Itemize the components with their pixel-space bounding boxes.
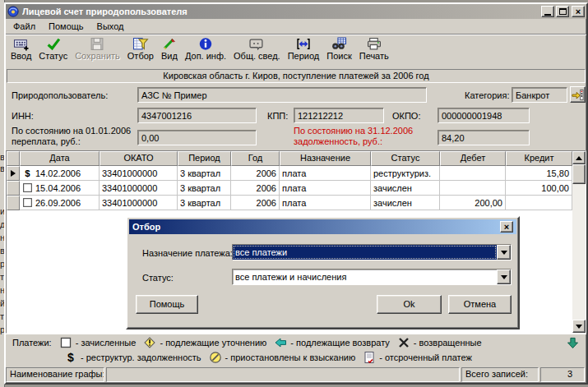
legend-label: Платежи: <box>12 338 52 348</box>
legend-panel: Платежи: - зачисленные- подлежащие уточн… <box>6 334 586 366</box>
check-icon <box>45 37 62 51</box>
purpose-combobox-dropdown-button[interactable] <box>497 245 511 260</box>
column-header-period[interactable]: Период <box>178 151 231 166</box>
cell-debit <box>440 166 506 181</box>
help-button[interactable]: Помощь <box>136 295 198 314</box>
square-icon <box>59 336 72 349</box>
cell-credit: 15,80 <box>506 166 572 181</box>
region-header: Кировская область г. Киров, поступление … <box>7 69 586 83</box>
purpose-combobox[interactable]: все платежи <box>232 244 512 260</box>
cell-purpose: плата <box>280 166 371 181</box>
column-name-label: Наименование графы: <box>6 367 104 382</box>
toolbar-button-status[interactable]: Статус <box>35 36 71 62</box>
column-header-status[interactable]: Статус <box>371 151 440 166</box>
vertical-scrollbar[interactable] <box>572 151 586 333</box>
info-panel: Природопользователь: АЗС № Пример Катего… <box>6 83 586 150</box>
cell-date-text: 14.02.2006 <box>35 168 81 178</box>
toolbar-button-vvod[interactable]: Ввод <box>7 36 35 62</box>
toolbar-button-vid[interactable]: Вид <box>158 36 181 62</box>
green-down-arrow-icon[interactable] <box>567 337 579 349</box>
toolbar-button-pechat[interactable]: Печать <box>356 36 392 62</box>
toolbar-button-period[interactable]: Период <box>285 36 323 62</box>
grid-header: ДатаОКАТОПериодГодНазначениеСтатусДебетК… <box>7 151 586 166</box>
dollar-icon: $ <box>22 168 33 178</box>
purpose-label: Назначение платежа: <box>142 248 233 258</box>
table-row[interactable]: $14.02.2006334010000003 квартал2006плата… <box>7 166 586 181</box>
column-header-date[interactable]: Дата <box>20 151 100 166</box>
user-field: АЗС № Пример <box>137 87 427 103</box>
toolbar-button-poisk[interactable]: Поиск <box>323 36 354 62</box>
user-label: Природопользователь: <box>12 90 108 101</box>
toolbar-button-otbor[interactable]: Отбор <box>124 36 157 62</box>
cell-date: 15.04.2006 <box>20 181 100 196</box>
cell-okato: 33401000000 <box>100 181 178 196</box>
minimize-button[interactable] <box>541 6 554 17</box>
menu-item-help[interactable]: Помощь <box>42 20 90 34</box>
toolbar-button-label: Вид <box>161 51 178 61</box>
purpose-combobox-value: все платежи <box>233 245 497 260</box>
card-icon <box>248 37 265 51</box>
svg-text:$: $ <box>67 351 74 364</box>
legend-item-text: - зачисленные <box>76 338 137 348</box>
ok-button[interactable]: Ok <box>377 295 442 314</box>
total-records-label: Всего записей: <box>461 367 539 382</box>
toolbar-button-dopinf[interactable]: Доп. инф. <box>182 36 229 62</box>
category-field: Банкрот <box>512 87 567 103</box>
dialog-title: Отбор <box>132 222 498 232</box>
current-row-arrow-icon <box>11 170 16 177</box>
column-header-credit[interactable]: Кредит <box>506 151 572 166</box>
cell-period: 3 квартал <box>178 166 231 181</box>
table-row[interactable]: 15.04.2006334010000003 квартал2006платаз… <box>7 181 586 196</box>
dollar-icon: $ <box>64 351 77 364</box>
keyboard-add-icon <box>13 37 30 51</box>
legend-row-1: Платежи: - зачисленные- подлежащие уточн… <box>12 336 482 349</box>
scroll-up-button[interactable] <box>572 151 586 164</box>
close-button[interactable]: × <box>572 6 585 17</box>
scroll-down-button[interactable] <box>572 320 586 333</box>
legend-item-text: - подлежащие уточнению <box>160 338 266 348</box>
cell-date: $14.02.2006 <box>20 166 100 181</box>
toolbar-button-label: Общ. свед. <box>234 51 280 61</box>
legend-item-text: - приостановлены к взысканию <box>225 352 356 362</box>
toolbar-button-obshsved[interactable]: Общ. свед. <box>230 36 284 62</box>
toolbar-button-label: Отбор <box>127 51 154 61</box>
doc-check-icon <box>363 351 376 364</box>
category-select-button[interactable] <box>570 86 586 103</box>
menu-item-file[interactable]: Файл <box>7 20 42 34</box>
column-header-purpose[interactable]: Назначение <box>280 151 371 166</box>
status-combobox[interactable]: все платежи и начисления <box>232 269 512 285</box>
cell-year: 2006 <box>231 181 280 196</box>
print-icon <box>366 37 382 51</box>
cancel-button[interactable]: Отмена <box>448 295 512 314</box>
cell-period: 3 квартал <box>178 181 231 196</box>
toolbar-button-label: Поиск <box>326 51 351 61</box>
dialog-close-button[interactable]: × <box>500 221 513 233</box>
cell-status: реструктуриз. <box>371 166 440 181</box>
arrow-up-icon <box>576 156 582 160</box>
cell-period: 3 квартал <box>178 196 231 210</box>
category-label: Категория: <box>465 90 509 101</box>
checkbox-icon <box>22 197 33 208</box>
left-arrow-icon <box>274 336 287 349</box>
arrow-down-icon <box>576 325 582 329</box>
okpo-label: ОКПО: <box>392 111 420 122</box>
debt-field: 84,20 <box>438 130 530 145</box>
column-header-debit[interactable]: Дебет <box>440 151 506 166</box>
menu-item-exit[interactable]: Выход <box>90 20 131 34</box>
inn-field: 4347001216 <box>137 108 257 123</box>
column-header-year[interactable]: Год <box>231 151 280 166</box>
screen: всвсиднвртнйтр Лицевой счет природопольз… <box>0 0 588 387</box>
info-icon <box>197 37 214 51</box>
legend-item-text: - возвращенные <box>414 338 482 348</box>
maximize-button[interactable] <box>556 6 569 17</box>
status-combobox-dropdown-button[interactable] <box>497 270 511 284</box>
cell-purpose: плата <box>280 196 371 210</box>
overpay-label: По состоянию на 01.01.2006переплата, руб… <box>12 126 131 147</box>
period-icon <box>295 37 312 51</box>
row-indicator <box>7 181 20 196</box>
scroll-thumb[interactable] <box>572 164 586 184</box>
table-row[interactable]: 26.09.2006334010000003 квартал2006платаз… <box>7 196 586 210</box>
dialog-title-bar: Отбор × <box>129 219 516 234</box>
cell-credit: 100,00 <box>506 181 572 196</box>
column-header-okato[interactable]: ОКАТО <box>100 151 178 166</box>
